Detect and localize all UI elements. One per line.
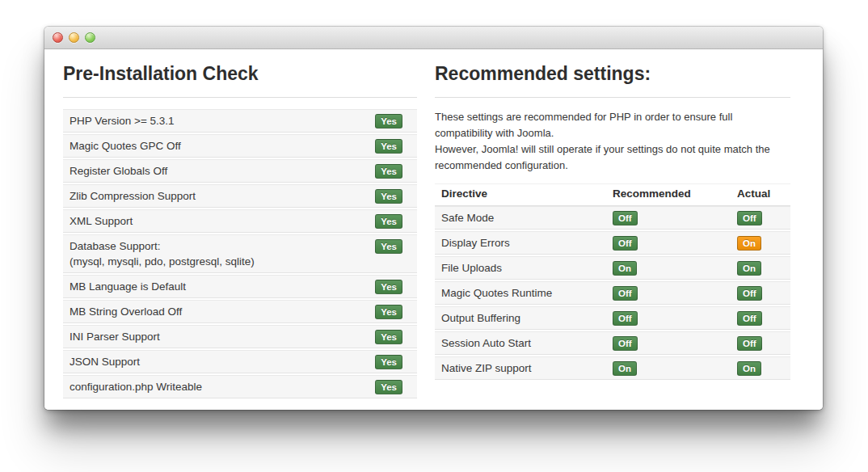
check-list-item: MB String Overload Off Yes [63, 300, 417, 323]
check-list-item: INI Parser Support Yes [63, 325, 417, 348]
recommended-settings-title: Recommended settings: [435, 63, 790, 84]
recommended-status-badge: Off [613, 311, 638, 326]
check-label: MB Language is Default [70, 280, 186, 293]
column-header-recommended: Recommended [613, 188, 737, 200]
directive-name: Session Auto Start [441, 335, 613, 351]
status-badge: Yes [375, 355, 402, 369]
check-label: configuration.php Writeable [70, 381, 202, 393]
check-label: INI Parser Support [70, 331, 160, 343]
recommended-settings-description: These settings are recommended for PHP i… [435, 109, 790, 174]
check-label: Zlib Compression Support [70, 190, 196, 202]
status-badge: Yes [375, 239, 402, 254]
check-label: JSON Support [70, 356, 140, 368]
pre-installation-check-title: Pre-Installation Check [63, 63, 417, 84]
check-list-item: Register Globals Off Yes [63, 159, 417, 183]
table-header-row: Directive Recommended Actual [435, 183, 790, 206]
status-badge: Yes [375, 305, 402, 319]
pre-install-check-list: PHP Version >= 5.3.1 Yes Magic Quotes GP… [63, 109, 417, 398]
actual-status-badge: Off [737, 211, 762, 225]
actual-status-badge: On [737, 361, 761, 376]
status-badge: Yes [375, 214, 402, 229]
table-row: Display Errors Off On [435, 231, 790, 255]
status-badge: Yes [375, 164, 402, 179]
minimize-button-icon[interactable] [69, 32, 79, 43]
page-content: Pre-Installation Check PHP Version >= 5.… [44, 49, 823, 410]
check-list-item: Database Support: (mysql, mysqli, pdo, p… [63, 234, 417, 273]
status-badge: Yes [375, 280, 402, 294]
check-label: MB String Overload Off [70, 306, 182, 318]
recommended-status-badge: Off [613, 336, 638, 351]
directive-name: File Uploads [441, 260, 613, 276]
recommended-status-badge: Off [613, 211, 638, 225]
check-list-item: configuration.php Writeable Yes [63, 375, 417, 398]
column-header-directive: Directive [441, 188, 613, 200]
status-badge: Yes [375, 330, 402, 344]
recommended-status-badge: On [613, 361, 637, 376]
column-header-actual: Actual [737, 188, 784, 200]
directive-name: Output Buffering [441, 310, 613, 326]
description-line: However, Joomla! will still operate if y… [435, 141, 790, 174]
check-list-item: Magic Quotes GPC Off Yes [63, 134, 417, 158]
table-row: Magic Quotes Runtime Off Off [435, 281, 790, 305]
check-list-item: MB Language is Default Yes [63, 275, 417, 298]
close-button-icon[interactable] [53, 32, 63, 43]
recommended-settings-panel: Recommended settings: These settings are… [435, 63, 790, 410]
check-label: XML Support [70, 215, 133, 227]
status-badge: Yes [375, 139, 402, 154]
status-badge: Yes [375, 380, 402, 394]
description-line: These settings are recommended for PHP i… [435, 109, 790, 141]
app-window: Pre-Installation Check PHP Version >= 5.… [44, 27, 823, 410]
divider [435, 97, 790, 98]
check-list-item: PHP Version >= 5.3.1 Yes [63, 109, 417, 133]
divider [63, 97, 417, 98]
table-row: Safe Mode Off Off [435, 206, 790, 230]
actual-status-badge: Off [737, 336, 762, 351]
directive-name: Magic Quotes Runtime [441, 285, 613, 301]
actual-status-badge: On [737, 261, 761, 276]
table-row: File Uploads On On [435, 256, 790, 280]
actual-status-badge: Off [737, 286, 762, 301]
recommended-status-badge: Off [613, 286, 638, 301]
check-label: PHP Version >= 5.3.1 [70, 115, 175, 127]
status-badge: Yes [375, 114, 402, 129]
status-badge: Yes [375, 189, 402, 204]
actual-status-badge: Off [737, 311, 762, 326]
zoom-button-icon[interactable] [85, 32, 95, 43]
pre-installation-check-panel: Pre-Installation Check PHP Version >= 5.… [63, 63, 417, 410]
directive-name: Native ZIP support [441, 360, 613, 376]
check-label: Magic Quotes GPC Off [70, 140, 181, 152]
recommended-settings-table: Directive Recommended Actual Safe Mode O… [435, 183, 790, 380]
recommended-status-badge: Off [613, 236, 638, 251]
recommended-status-badge: On [613, 261, 637, 276]
check-list-item: XML Support Yes [63, 209, 417, 233]
window-titlebar[interactable] [44, 27, 823, 49]
check-list-item: Zlib Compression Support Yes [63, 184, 417, 208]
check-sublabel: (mysql, mysqli, pdo, postgresql, sqlite) [70, 254, 369, 269]
desktop-background: Pre-Installation Check PHP Version >= 5.… [0, 0, 868, 472]
check-list-item: JSON Support Yes [63, 350, 417, 373]
table-body: Safe Mode Off Off Display Errors Off On … [435, 206, 790, 380]
check-label: Database Support: [70, 240, 161, 252]
table-row: Output Buffering Off Off [435, 306, 790, 330]
check-label: Register Globals Off [70, 165, 167, 177]
table-row: Session Auto Start Off Off [435, 331, 790, 355]
table-row: Native ZIP support On On [435, 356, 790, 380]
directive-name: Display Errors [441, 235, 613, 251]
actual-status-badge: On [737, 236, 761, 251]
directive-name: Safe Mode [441, 210, 613, 225]
